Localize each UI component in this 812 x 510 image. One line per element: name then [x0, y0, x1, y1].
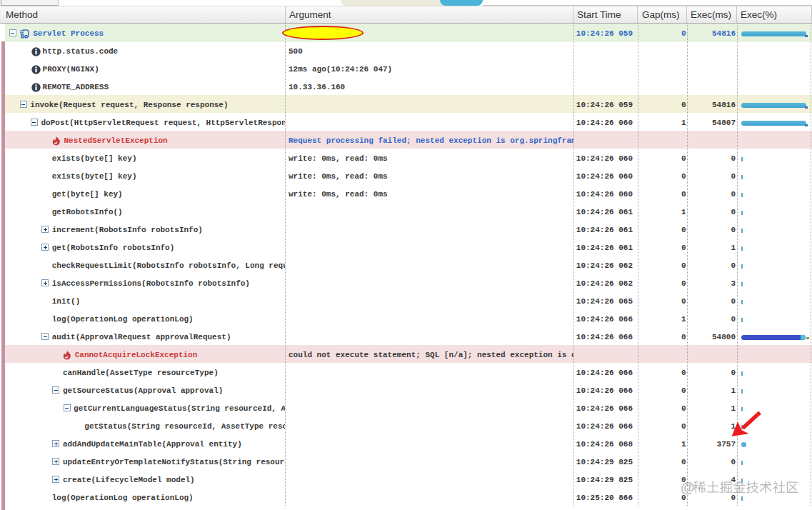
svg-text:@: @: [681, 479, 695, 495]
